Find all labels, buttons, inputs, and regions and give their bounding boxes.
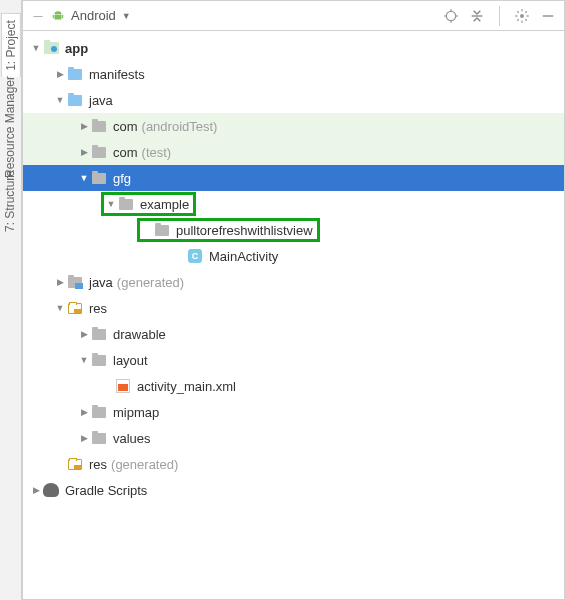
project-tree[interactable]: ▼ app ▶ manifests ▼ java ▶ com bbox=[23, 31, 564, 599]
expander-icon[interactable]: ▶ bbox=[77, 405, 91, 419]
res-folder-icon bbox=[67, 300, 83, 316]
tree-row-gradle[interactable]: ▶ Gradle Scripts bbox=[23, 477, 564, 503]
tree-label: mipmap bbox=[113, 405, 159, 420]
package-icon bbox=[91, 430, 107, 446]
sidebar-tab-resource[interactable]: Resource Manager bbox=[0, 76, 48, 178]
package-icon bbox=[91, 170, 107, 186]
svg-rect-1 bbox=[53, 14, 54, 17]
tree-row-pulltorefresh[interactable]: ▼ pulltorefreshwithlistview bbox=[23, 217, 564, 243]
toolbar: — Android ▼ bbox=[23, 1, 564, 31]
tree-row-app[interactable]: ▼ app bbox=[23, 35, 564, 61]
module-icon bbox=[43, 40, 59, 56]
chevron-down-icon[interactable]: ▼ bbox=[122, 11, 131, 21]
tree-label: java bbox=[89, 275, 113, 290]
tree-label: manifests bbox=[89, 67, 145, 82]
folder-icon bbox=[67, 66, 83, 82]
expander-icon[interactable]: ▶ bbox=[29, 483, 43, 497]
expander-icon[interactable]: ▶ bbox=[53, 275, 67, 289]
package-icon bbox=[91, 326, 107, 342]
tree-label: com bbox=[113, 145, 138, 160]
expander-icon[interactable]: ▶ bbox=[53, 67, 67, 81]
tree-row-com-test[interactable]: ▶ com (test) bbox=[23, 139, 564, 165]
tree-label: Gradle Scripts bbox=[65, 483, 147, 498]
expander-icon[interactable]: ▼ bbox=[104, 197, 118, 211]
package-icon bbox=[91, 404, 107, 420]
expander-icon[interactable]: ▼ bbox=[77, 353, 91, 367]
highlight-box: ▼ pulltorefreshwithlistview bbox=[137, 218, 320, 242]
separator bbox=[499, 6, 500, 26]
xml-file-icon bbox=[115, 378, 131, 394]
tree-label: drawable bbox=[113, 327, 166, 342]
package-icon bbox=[91, 118, 107, 134]
expander-icon[interactable]: ▼ bbox=[53, 301, 67, 315]
tree-row-values[interactable]: ▶ values bbox=[23, 425, 564, 451]
expander-icon[interactable]: ▼ bbox=[77, 171, 91, 185]
package-icon bbox=[91, 352, 107, 368]
tree-row-activity-main[interactable]: ▶ activity_main.xml bbox=[23, 373, 564, 399]
tree-suffix: (androidTest) bbox=[142, 119, 218, 134]
package-icon bbox=[118, 196, 134, 212]
sidebar-tab-project[interactable]: 1: Project bbox=[1, 13, 21, 77]
tree-row-mainactivity[interactable]: ▶ C MainActivity bbox=[23, 243, 564, 269]
tree-row-drawable[interactable]: ▶ drawable bbox=[23, 321, 564, 347]
tree-label: gfg bbox=[113, 171, 131, 186]
expander-icon[interactable]: ▼ bbox=[53, 93, 67, 107]
android-icon bbox=[51, 9, 65, 23]
tree-label: MainActivity bbox=[209, 249, 278, 264]
expander-icon[interactable]: ▼ bbox=[29, 41, 43, 55]
tree-row-gfg[interactable]: ▼ gfg bbox=[23, 165, 564, 191]
tree-label: app bbox=[65, 41, 88, 56]
highlight-box: ▼ example bbox=[101, 192, 196, 216]
tree-row-layout[interactable]: ▼ layout bbox=[23, 347, 564, 373]
tree-label: java bbox=[89, 93, 113, 108]
tree-label: pulltorefreshwithlistview bbox=[176, 223, 313, 238]
tree-label: example bbox=[140, 197, 189, 212]
tree-row-example[interactable]: ▼ example bbox=[23, 191, 564, 217]
res-folder-icon bbox=[67, 456, 83, 472]
expander-icon[interactable]: ▶ bbox=[77, 327, 91, 341]
minimize-icon[interactable] bbox=[540, 8, 556, 24]
tree-row-java[interactable]: ▼ java bbox=[23, 87, 564, 113]
sidebar: 1: Project Resource Manager 7: Structure bbox=[0, 0, 22, 600]
tree-label: values bbox=[113, 431, 151, 446]
target-icon[interactable] bbox=[443, 8, 459, 24]
tree-label: activity_main.xml bbox=[137, 379, 236, 394]
tree-row-res-gen[interactable]: ▶ res (generated) bbox=[23, 451, 564, 477]
panel-collapse-icon[interactable]: — bbox=[31, 9, 45, 23]
svg-rect-0 bbox=[55, 14, 62, 19]
tree-row-mipmap[interactable]: ▶ mipmap bbox=[23, 399, 564, 425]
class-icon: C bbox=[187, 248, 203, 264]
expander-icon[interactable]: ▶ bbox=[77, 145, 91, 159]
svg-rect-2 bbox=[62, 14, 63, 17]
project-panel: — Android ▼ ▼ app bbox=[22, 0, 565, 600]
tree-suffix: (generated) bbox=[111, 457, 178, 472]
tree-suffix: (generated) bbox=[117, 275, 184, 290]
package-icon bbox=[91, 144, 107, 160]
tree-label: com bbox=[113, 119, 138, 134]
tree-label: res bbox=[89, 457, 107, 472]
gradle-icon bbox=[43, 482, 59, 498]
collapse-vert-icon[interactable] bbox=[469, 8, 485, 24]
view-dropdown[interactable]: Android bbox=[71, 8, 116, 23]
tree-row-com-androidtest[interactable]: ▶ com (androidTest) bbox=[23, 113, 564, 139]
gear-icon[interactable] bbox=[514, 8, 530, 24]
expander-icon[interactable]: ▶ bbox=[77, 431, 91, 445]
tree-row-res[interactable]: ▼ res bbox=[23, 295, 564, 321]
tree-suffix: (test) bbox=[142, 145, 172, 160]
tree-row-manifests[interactable]: ▶ manifests bbox=[23, 61, 564, 87]
folder-gen-icon bbox=[67, 274, 83, 290]
tree-label: res bbox=[89, 301, 107, 316]
sidebar-tab-structure[interactable]: 7: Structure bbox=[0, 170, 48, 232]
expander-icon[interactable]: ▶ bbox=[77, 119, 91, 133]
package-icon bbox=[154, 222, 170, 238]
folder-icon bbox=[67, 92, 83, 108]
svg-point-3 bbox=[446, 11, 455, 20]
tree-row-java-gen[interactable]: ▶ java (generated) bbox=[23, 269, 564, 295]
svg-point-9 bbox=[520, 14, 524, 18]
tree-label: layout bbox=[113, 353, 148, 368]
